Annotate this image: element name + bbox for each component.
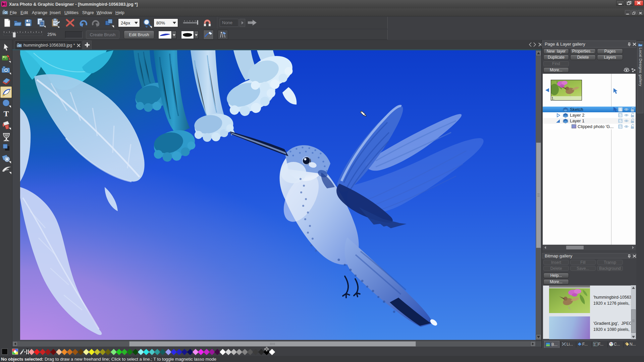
svg-text:S: S [619, 113, 622, 117]
svg-text:S: S [619, 108, 622, 112]
svg-text:S: S [619, 125, 622, 129]
svg-text:T: T [594, 342, 596, 346]
svg-text:S: S [619, 119, 622, 123]
